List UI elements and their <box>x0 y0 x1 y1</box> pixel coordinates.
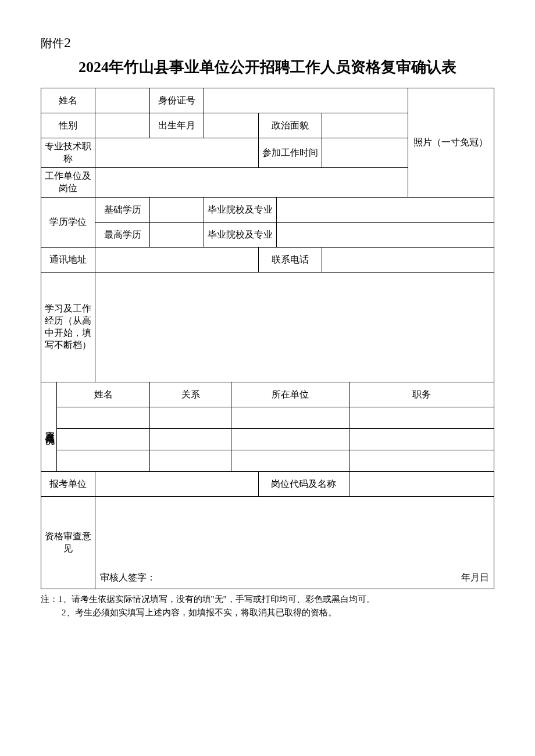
fam-row-relation <box>149 407 231 429</box>
fam-row-unit <box>231 429 349 450</box>
label-highest-edu: 最高学历 <box>95 223 149 248</box>
fam-row-duty <box>349 429 494 450</box>
label-gender: 性别 <box>41 113 95 138</box>
fam-row-relation <box>149 450 231 472</box>
fam-row-unit <box>231 407 349 429</box>
notes-prefix: 注： <box>41 594 58 604</box>
reviewer-sign-label: 审核人签字： <box>100 572 156 584</box>
value-basic-edu <box>149 198 204 223</box>
label-experience: 学习及工作经历（从高中开始，填写不断档） <box>41 273 95 382</box>
fam-row-duty <box>349 450 494 472</box>
fam-row-name <box>57 429 150 450</box>
fam-row-relation <box>149 429 231 450</box>
label-edu-degree: 学历学位 <box>41 198 95 248</box>
fam-row-unit <box>231 450 349 472</box>
label-fam-duty: 职务 <box>349 382 494 407</box>
notes-block: 注：1、请考生依据实际情况填写，没有的填"无"，手写或打印均可、彩色或黑白均可。… <box>41 593 494 619</box>
label-post-code-name: 岗位代码及名称 <box>258 472 349 497</box>
label-grad-school-1: 毕业院校及专业 <box>204 198 277 223</box>
label-review-opinion: 资格审查意见 <box>41 497 95 589</box>
label-apply-unit: 报考单位 <box>41 472 95 497</box>
value-experience <box>95 273 494 382</box>
value-phone <box>322 248 494 273</box>
value-birth <box>204 113 258 138</box>
review-opinion-cell: 审核人签字： 年月日 <box>95 497 494 589</box>
value-basic-school <box>276 198 494 223</box>
photo-placeholder: 照片（一寸免冠） <box>408 88 494 198</box>
label-grad-school-2: 毕业院校及专业 <box>204 223 277 248</box>
value-apply-unit <box>95 472 258 497</box>
value-highest-edu <box>149 223 204 248</box>
label-basic-edu: 基础学历 <box>95 198 149 223</box>
label-political: 政治面貌 <box>258 113 322 138</box>
attachment-number: 2 <box>64 35 71 50</box>
note-2: 2、考生必须如实填写上述内容，如填报不实，将取消其已取得的资格。 <box>41 606 494 619</box>
value-political <box>322 113 408 138</box>
label-fam-relation: 关系 <box>149 382 231 407</box>
value-work-unit-post <box>95 168 408 198</box>
fam-row-name <box>57 450 150 472</box>
value-pro-title <box>95 138 258 168</box>
label-phone: 联系电话 <box>258 248 322 273</box>
label-fam-unit: 所在单位 <box>231 382 349 407</box>
page-title: 2024年竹山县事业单位公开招聘工作人员资格复审确认表 <box>41 57 494 77</box>
attachment-prefix: 附件 <box>41 37 64 49</box>
label-family-text: 家庭成员情况 <box>44 423 56 430</box>
label-work-start: 参加工作时间 <box>258 138 322 168</box>
label-id-no: 身份证号 <box>149 88 204 113</box>
value-gender <box>95 113 149 138</box>
value-work-start <box>322 138 408 168</box>
label-fam-name: 姓名 <box>57 382 150 407</box>
form-table: 姓名 身份证号 照片（一寸免冠） 性别 出生年月 政治面貌 专业技术职称 参加工… <box>41 88 494 589</box>
label-address: 通讯地址 <box>41 248 95 273</box>
label-work-unit-post: 工作单位及岗位 <box>41 168 95 198</box>
fam-row-name <box>57 407 150 429</box>
value-address <box>95 248 258 273</box>
label-family: 家庭成员情况 <box>41 382 57 472</box>
label-pro-title: 专业技术职称 <box>41 138 95 168</box>
value-post-code-name <box>349 472 494 497</box>
note-1: 1、请考生依据实际情况填写，没有的填"无"，手写或打印均可、彩色或黑白均可。 <box>58 594 375 604</box>
date-ymd-label: 年月日 <box>461 572 489 584</box>
value-highest-school <box>276 223 494 248</box>
attachment-label: 附件2 <box>41 35 494 51</box>
value-id-no <box>204 88 408 113</box>
label-name: 姓名 <box>41 88 95 113</box>
value-name <box>95 88 149 113</box>
label-birth: 出生年月 <box>149 113 204 138</box>
fam-row-duty <box>349 407 494 429</box>
